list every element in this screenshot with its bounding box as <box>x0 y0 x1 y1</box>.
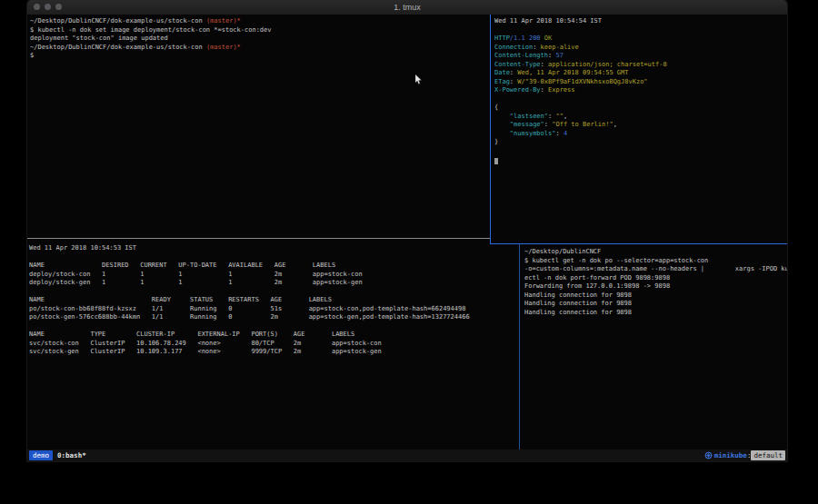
window-title: 1. tmux <box>27 0 787 15</box>
terminal-line: svc/stock-con ClusterIP 10.106.78.249 <n… <box>29 340 521 349</box>
terminal-line: } <box>494 138 787 147</box>
terminal-window: 1. tmux ~/Desktop/DublinCNCF/dok-example… <box>27 0 787 461</box>
terminal-line: X-Powered-By: Express <box>494 86 787 95</box>
session-name-badge: demo <box>29 450 53 460</box>
terminal-line: ~/Desktop/DublinCNCF/dok-example-us/stoc… <box>30 17 492 26</box>
kube-context-label: minikube <box>714 451 747 460</box>
terminal-line: Handling connection for 9898 <box>524 300 787 309</box>
terminal-line <box>494 26 787 35</box>
terminal-line: { <box>494 104 787 113</box>
pane-divider-horizontal-left[interactable] <box>27 238 490 239</box>
kubernetes-helm-icon <box>704 451 713 460</box>
terminal-line: po/stock-gen-576cc688bb-44kmn 1/1 Runnin… <box>29 313 521 322</box>
pane-bottom-right-port-forward[interactable]: ~/Desktop/DublinCNCF$ kubectl get -n dok… <box>520 244 787 450</box>
terminal-line: Date: Wed, 11 Apr 2018 09:54:55 GMT <box>494 69 787 78</box>
terminal-line <box>494 147 787 156</box>
terminal-line <box>29 253 521 262</box>
window-titlebar[interactable]: 1. tmux <box>27 0 787 15</box>
terminal-line: Content-Length: 57 <box>494 52 787 61</box>
pane-top-right-http-response[interactable]: Wed 11 Apr 2018 10:54:54 IST HTTP/1.1 20… <box>491 15 787 246</box>
terminal-line: Content-Type: application/json; charset=… <box>494 61 787 70</box>
terminal-line: Handling connection for 9898 <box>524 292 787 301</box>
terminal-line: NAME TYPE CLUSTER-IP EXTERNAL-IP PORT(S)… <box>29 331 521 340</box>
tmux-pane-area: ~/Desktop/DublinCNCF/dok-example-us/stoc… <box>27 15 787 450</box>
terminal-line: ~/Desktop/DublinCNCF <box>524 248 787 257</box>
terminal-line: deploy/stock-con 1 1 1 1 2m app=stock-co… <box>29 271 521 280</box>
terminal-line <box>29 322 521 331</box>
mouse-pointer-icon <box>415 71 423 81</box>
terminal-line: HTTP/1.1 200 OK <box>494 35 787 44</box>
terminal-cursor <box>494 158 498 164</box>
terminal-line: "message": "Off to Berlin!", <box>494 121 787 130</box>
active-window-label[interactable]: 0:bash* <box>57 451 86 460</box>
terminal-line: svc/stock-gen ClusterIP 10.109.3.177 <no… <box>29 348 521 357</box>
terminal-line: "lastseen": "", <box>494 113 787 122</box>
terminal-line: ETag: W/"39-0xBPf9aF1dXVNkhsxoBQgJ8vKzo" <box>494 78 787 87</box>
terminal-line: deployment "stock-con" image updated <box>30 35 492 44</box>
terminal-line: ectl -n dok port-forward POD 9898:9898 <box>524 274 787 283</box>
terminal-line: "numsymbols": 4 <box>494 130 787 139</box>
terminal-line: NAME READY STATUS RESTARTS AGE LABELS <box>29 296 521 305</box>
terminal-line: po/stock-con-bb68f88fd-kzsxz 1/1 Running… <box>29 305 521 314</box>
terminal-line <box>494 155 787 164</box>
terminal-line: Wed 11 Apr 2018 10:54:53 IST <box>29 244 521 253</box>
kube-namespace-badge: default <box>751 450 785 460</box>
pane-divider-vertical-top[interactable] <box>490 15 491 244</box>
terminal-line: Forwarding from 127.0.0.1:9898 -> 9898 <box>524 282 787 292</box>
terminal-line: Handling connection for 9898 <box>524 309 787 318</box>
pane-bottom-left-kubectl-get[interactable]: Wed 11 Apr 2018 10:54:53 IST NAME DESIRE… <box>27 239 521 450</box>
status-bar-right: minikube : default <box>704 450 785 460</box>
pane-top-left-shell[interactable]: ~/Desktop/DublinCNCF/dok-example-us/stoc… <box>27 15 492 241</box>
terminal-line <box>29 288 521 297</box>
pane-divider-horizontal-right[interactable] <box>490 243 787 244</box>
terminal-line: -o=custom-columns=:metadata.name --no-he… <box>524 265 787 274</box>
terminal-line: $ <box>30 52 492 61</box>
terminal-line: ~/Desktop/DublinCNCF/dok-example-us/stoc… <box>30 44 492 53</box>
terminal-line: NAME DESIRED CURRENT UP-TO-DATE AVAILABL… <box>29 262 521 271</box>
terminal-line: $ kubectl get -n dok po --selector=app=s… <box>524 257 787 266</box>
terminal-line: Connection: keep-alive <box>494 44 787 53</box>
terminal-line <box>494 95 787 104</box>
tmux-status-bar: demo 0:bash* minikube : default <box>27 450 787 461</box>
terminal-line: $ kubectl -n dok set image deployment/st… <box>30 26 492 35</box>
pane-divider-vertical-bottom[interactable] <box>519 244 520 450</box>
terminal-line: Wed 11 Apr 2018 10:54:54 IST <box>494 17 787 26</box>
terminal-line: deploy/stock-gen 1 1 1 1 2m app=stock-ge… <box>29 279 521 288</box>
